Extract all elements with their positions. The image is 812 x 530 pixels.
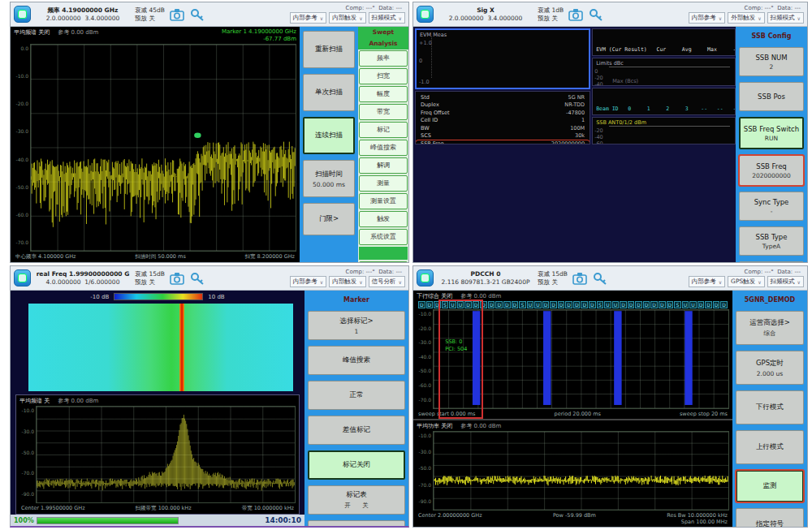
menu-button-marker-table[interactable]: 标记表开 关 — [308, 485, 405, 515]
tr-ssb-menu: SSB Config SSB NUM2 SSB Pos SSB Freq Swi… — [736, 27, 807, 262]
color-scale-bar — [114, 293, 203, 300]
menu-button-symbol-select[interactable]: 指定符号 — [736, 508, 804, 528]
menu-button-ssb-type[interactable]: SSB TypeTypeA — [739, 226, 804, 256]
menu-button-select-marker[interactable]: 选择标记>1 — [308, 311, 405, 340]
slot-cell: U — [604, 301, 611, 308]
trace-label: 平均功率 关闭 — [417, 422, 452, 430]
progress-bar — [37, 517, 179, 524]
menu-button-peak-search[interactable]: 峰值搜索 — [308, 346, 405, 375]
menu-button-sync-type[interactable]: Sync Type- — [739, 192, 804, 221]
scale-min-label: -10 dB — [90, 294, 109, 300]
slot-cell: D — [565, 301, 572, 308]
menu-button-continuous-sweep[interactable]: 连续扫描 — [303, 117, 355, 154]
softkey-emc[interactable]: EMC — [359, 261, 408, 263]
reference-select[interactable]: 内部参考∨ — [290, 276, 326, 287]
camera-icon[interactable] — [568, 7, 584, 22]
menu-button-threshold[interactable]: 门限> — [303, 203, 355, 235]
limits-chart — [609, 67, 730, 67]
slot-cell: S — [597, 301, 604, 308]
slot-cell: D — [542, 301, 550, 308]
axis-label: 0 — [419, 58, 422, 64]
trigger-select[interactable]: 外部触发∨ — [728, 12, 764, 24]
softkey-item[interactable]: 解调 — [359, 157, 408, 174]
comp-data-readout: Comp: ---° Data: --- — [689, 5, 804, 11]
slot-cell: D — [620, 301, 627, 308]
tl-spectrum-plot — [30, 44, 296, 252]
slot-cell: D — [720, 301, 728, 308]
softkey-item[interactable]: 峰值搜索 — [359, 140, 408, 156]
slot-cell: D — [558, 301, 565, 308]
bl-display: -10 dB 10 dB 平均频谱 关 参考 0.00 dBm -10.0-30… — [11, 291, 304, 526]
menu-button-ssb-num[interactable]: SSB NUM2 — [739, 47, 804, 76]
menu-button-gps-timing[interactable]: GPS定时2.000 us — [736, 351, 804, 385]
br-display: 下行综合 关闭 参考 0.00 dBm DDDSUUDDDDDDDSUUDDDD… — [413, 291, 732, 527]
slot-cell: D — [573, 301, 581, 308]
reference-select[interactable]: 内部参考∨ — [290, 12, 326, 24]
softkey-item[interactable]: 标记 — [359, 122, 408, 138]
reference-select[interactable]: 内部参考∨ — [689, 276, 725, 287]
param-row: Std5G NR — [416, 94, 590, 102]
softkey-item[interactable]: 系统设置 — [359, 229, 408, 245]
ref-level-label: 参考 0.00 dBm — [460, 292, 501, 300]
axis-label: -1.0 — [419, 79, 430, 85]
menu-button-noise-marker[interactable]: 噪声标记 — [308, 520, 405, 528]
mode-select[interactable]: 信号分析∨ — [369, 276, 405, 287]
slot-cell: D — [643, 301, 650, 308]
softkey-item[interactable]: 带宽 — [359, 104, 408, 120]
camera-icon[interactable] — [572, 271, 588, 286]
key-icon[interactable] — [588, 7, 604, 22]
menu-button-rescan[interactable]: 重新扫描 — [303, 31, 355, 68]
key-icon[interactable] — [189, 271, 205, 286]
slot-cell: S — [674, 301, 681, 308]
br-header: PDCCH 0 2.116 809781.3-21 GB2400P 衰减 15d… — [413, 266, 807, 291]
camera-icon[interactable] — [169, 7, 185, 22]
menu-button-sweep-time[interactable]: 扫描时间50.000 ms — [303, 160, 355, 197]
softkey-item[interactable]: 扫宽 — [359, 68, 408, 84]
softkey-item[interactable]: 幅度 — [359, 86, 408, 102]
softkey-item[interactable]: 测量设置 — [359, 193, 408, 209]
power-plot — [433, 431, 729, 511]
menu-button-uplink-mode[interactable]: 上行模式 — [736, 430, 804, 464]
param-row: DuplexNR-TDD — [416, 101, 590, 110]
key-icon[interactable] — [592, 271, 608, 286]
menu-button-normal[interactable]: 正常 — [308, 381, 405, 410]
menu-button-ssb-freq[interactable]: SSB Freq2020000000 — [739, 155, 804, 186]
ssb-dips-chart — [609, 126, 730, 127]
window-signal-analysis: real Freq 1.99900000000 G 4.0.000000 1/6… — [10, 265, 409, 528]
mode-select[interactable]: 扫频模式∨ — [767, 276, 804, 287]
constellation-panel[interactable]: EVM Meas +1.0 0 -1.0 — [415, 28, 590, 89]
bl-marker-menu: Marker 选择标记>1 峰值搜索 正常 差值标记 标记关闭 标记表开 关 噪… — [304, 291, 408, 526]
menu-button-downlink-mode[interactable]: 下行模式 — [736, 390, 804, 424]
y-axis-labels: -10.0-30.0-50.0-70.0-90.0 — [19, 406, 36, 503]
menu-button-single-sweep[interactable]: 单次扫描 — [303, 74, 355, 111]
menu-button-monitor[interactable]: 监测 — [736, 470, 804, 502]
softkey-item[interactable]: 触发 — [359, 211, 408, 227]
menu-button-confirm[interactable]: 确定 — [739, 261, 804, 263]
menu-button-operator-select[interactable]: 运营商选择>综合 — [736, 311, 804, 345]
menu-button-ssb-pos[interactable]: SSB Pos — [739, 82, 804, 111]
menu-button-ssb-freq-switch[interactable]: SSB Freq SwitchRUN — [739, 117, 804, 149]
key-icon[interactable] — [189, 7, 205, 22]
menu-button-delta-marker[interactable]: 差值标记 — [308, 416, 405, 445]
mode-select[interactable]: 扫频模式∨ — [767, 12, 804, 24]
marker-readout: Marker 1 4.19000000 GHz-67.77 dBm — [222, 28, 296, 43]
slot-cell: U — [534, 301, 542, 308]
tr-header: Sig X 2.0.000000 3.4.000000 衰减 1dB预放 关 C… — [413, 2, 807, 27]
slot-cell: D — [426, 301, 434, 308]
softkey-item[interactable]: 频率 — [359, 50, 408, 67]
camera-icon[interactable] — [169, 271, 185, 286]
reference-select[interactable]: 内部参考∨ — [689, 12, 725, 24]
softkey-item[interactable]: 测量 — [359, 175, 408, 192]
slot-cell: S — [519, 301, 526, 308]
trigger-select[interactable]: 内部触发∨ — [329, 276, 365, 287]
comp-data-readout: Comp: ---° Data: --- — [290, 269, 405, 275]
mode-select[interactable]: 扫频模式∨ — [369, 12, 405, 24]
trigger-select[interactable]: GPS触发∨ — [728, 276, 765, 287]
app-logo-icon — [417, 6, 434, 23]
menu-button-marker-off[interactable]: 标记关闭 — [308, 450, 405, 480]
tl-sweep-menu: 重新扫描 单次扫描 连续扫描 扫描时间50.000 ms 门限> — [300, 27, 358, 262]
trigger-select[interactable]: 内部触发∨ — [329, 12, 365, 24]
screen: 频率 4.19000000 GHz 2.0.000000 3.4.000000 … — [0, 0, 812, 530]
slot-cell: D — [659, 301, 666, 308]
trace-label: 平均频谱 关 — [19, 397, 50, 405]
